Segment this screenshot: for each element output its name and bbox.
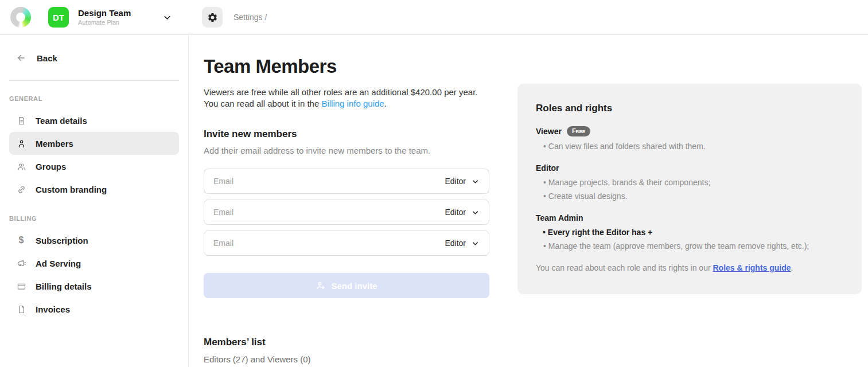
role-select[interactable]: Editor	[445, 239, 480, 248]
invite-row: Editor	[204, 231, 489, 256]
send-invite-label: Send invite	[331, 281, 377, 291]
email-field[interactable]	[213, 208, 445, 217]
role-select-value: Editor	[445, 208, 466, 217]
invite-row: Editor	[204, 169, 489, 194]
role-name: Viewer	[536, 127, 562, 136]
roles-card-title: Roles and rights	[536, 103, 843, 114]
role-bullet: Manage the team (approve members, grow t…	[536, 241, 843, 251]
sidebar-item-members[interactable]: Members	[9, 132, 179, 155]
role-select-value: Editor	[445, 177, 466, 186]
sidebar-item-custom-branding[interactable]: Custom branding	[9, 178, 179, 201]
team-meta: Design Team Automate Plan	[78, 8, 162, 26]
sidebar-item-billing-details[interactable]: Billing details	[9, 275, 179, 298]
roles-rights-guide-link[interactable]: Roles & rights guide	[713, 263, 791, 272]
sidebar-item-team-details[interactable]: Team details	[9, 109, 179, 132]
footer-prefix: You can read about each role and its rig…	[536, 263, 713, 272]
intro-suffix: .	[384, 99, 387, 108]
intro-text: Viewers are free while all other roles a…	[204, 87, 489, 110]
topbar: DT Design Team Automate Plan Settings /	[0, 0, 868, 35]
role-name: Editor	[536, 163, 559, 173]
invite-heading: Invite new members	[204, 128, 489, 140]
dollar-icon: $	[16, 235, 26, 245]
role-select[interactable]: Editor	[445, 208, 480, 217]
back-button[interactable]: Back	[0, 48, 188, 68]
intro-line1: Viewers are free while all other roles a…	[204, 87, 478, 97]
role-team-admin-row: Team Admin	[536, 213, 843, 222]
role-name: Team Admin	[536, 213, 583, 222]
logo-icon	[10, 7, 31, 28]
credit-card-icon	[16, 281, 26, 291]
role-bullet: Can view files and folders shared with t…	[536, 141, 843, 151]
person-plus-icon	[316, 280, 326, 291]
back-label: Back	[37, 53, 57, 63]
sidebar-item-label: Invoices	[36, 304, 70, 314]
chevron-down-icon	[471, 208, 480, 217]
sidebar-item-ad-serving[interactable]: Ad Serving	[9, 252, 179, 275]
roles-and-rights-card: Roles and rights Viewer Free Can view fi…	[517, 84, 862, 294]
chevron-down-icon	[162, 13, 172, 22]
breadcrumb: Settings /	[233, 13, 267, 22]
roles-card-footer: You can read about each role and its rig…	[536, 263, 843, 272]
file-icon	[16, 304, 26, 314]
app-logo[interactable]	[7, 7, 48, 28]
send-invite-button[interactable]: Send invite	[204, 273, 489, 298]
team-name: Design Team	[78, 8, 162, 18]
sidebar-item-invoices[interactable]: Invoices	[9, 298, 179, 321]
email-field[interactable]	[213, 239, 445, 248]
invite-row: Editor	[204, 200, 489, 225]
section-label-general: GENERAL	[9, 95, 179, 102]
members-list-summary: Editors (27) and Viewers (0)	[204, 354, 489, 364]
role-select[interactable]: Editor	[445, 177, 480, 186]
billing-info-guide-link[interactable]: Billing info guide	[321, 99, 384, 108]
members-list-heading: Members’ list	[204, 337, 489, 348]
arrow-left-icon	[16, 53, 26, 63]
gear-icon	[207, 12, 218, 23]
link-icon	[16, 184, 26, 194]
role-select-value: Editor	[445, 239, 466, 248]
sidebar-item-subscription[interactable]: $ Subscription	[9, 229, 179, 252]
role-editor-row: Editor	[536, 163, 843, 173]
email-field[interactable]	[213, 177, 445, 186]
role-viewer-row: Viewer Free	[536, 126, 843, 136]
sidebar-item-label: Billing details	[36, 282, 92, 291]
sidebar-item-groups[interactable]: Groups	[9, 155, 179, 178]
role-bullet-bold: Every right the Editor has +	[536, 227, 843, 237]
settings-gear-button[interactable]	[202, 7, 223, 28]
role-bullet: Create visual designs.	[536, 191, 843, 201]
sidebar-item-label: Subscription	[36, 236, 88, 245]
role-bullet: Manage projects, brands & their componen…	[536, 177, 843, 188]
invite-subheading: Add their email address to invite new me…	[204, 146, 489, 155]
section-label-billing: BILLING	[9, 215, 179, 222]
megaphone-icon	[16, 258, 26, 268]
settings-sidebar: Back GENERAL Team details Members Groups	[0, 35, 189, 367]
team-switcher[interactable]: DT Design Team Automate Plan	[48, 7, 172, 28]
document-icon	[16, 115, 26, 126]
main-column: Team Members Viewers are free while all …	[204, 56, 489, 364]
intro-line2-prefix: You can read all about it in the	[204, 99, 321, 108]
content-area: Team Members Viewers are free while all …	[189, 35, 868, 367]
sidebar-item-label: Custom branding	[36, 185, 107, 194]
person-icon	[16, 138, 26, 149]
chevron-down-icon	[471, 177, 480, 186]
team-avatar: DT	[48, 7, 69, 28]
sidebar-item-label: Groups	[36, 162, 66, 171]
page-title: Team Members	[204, 56, 489, 77]
divider	[9, 80, 179, 81]
people-icon	[16, 161, 26, 171]
team-plan: Automate Plan	[78, 19, 162, 26]
chevron-down-icon	[471, 239, 480, 248]
sidebar-item-label: Ad Serving	[36, 259, 81, 268]
sidebar-item-label: Members	[36, 139, 73, 149]
free-badge: Free	[567, 126, 590, 136]
sidebar-item-label: Team details	[36, 116, 87, 126]
footer-suffix: .	[791, 263, 793, 272]
